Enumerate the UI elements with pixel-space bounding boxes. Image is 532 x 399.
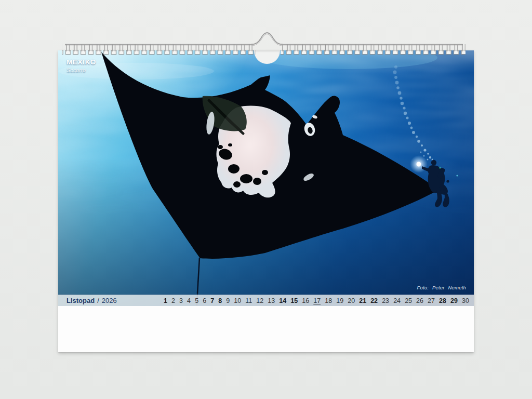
calendar-day: 26 bbox=[416, 295, 423, 306]
calendar-day: 9 bbox=[226, 295, 230, 306]
underwater-photo-illustration bbox=[58, 50, 474, 306]
calendar-day: 4 bbox=[187, 295, 191, 306]
blank-page-area bbox=[58, 306, 474, 352]
calendar-day: 13 bbox=[268, 295, 275, 306]
calendar-day: 16 bbox=[302, 295, 309, 306]
manta-tail bbox=[197, 258, 200, 294]
calendar-day: 17 bbox=[313, 295, 321, 306]
calendar-day: 14 bbox=[279, 295, 286, 306]
location-title: MEXIKO bbox=[66, 58, 96, 66]
calendar-day: 30 bbox=[462, 295, 469, 306]
date-bar: Listopad/2026 12345678910111213141516171… bbox=[58, 295, 474, 306]
hanger-wire-bump bbox=[251, 33, 283, 45]
location-block: MEXIKO Socorro bbox=[66, 58, 96, 73]
calendar-day: 27 bbox=[428, 295, 435, 306]
calendar-day: 7 bbox=[210, 295, 214, 306]
year-label: 2026 bbox=[102, 297, 117, 304]
month-label: Listopad bbox=[66, 297, 95, 304]
calendar-day: 23 bbox=[382, 295, 389, 306]
calendar-day: 1 bbox=[164, 295, 167, 306]
calendar-day: 21 bbox=[359, 295, 366, 306]
photo-credit: Foto: Peter Nemeth bbox=[417, 285, 467, 290]
calendar-day: 5 bbox=[195, 295, 198, 306]
calendar-day: 3 bbox=[179, 295, 183, 306]
calendar-day: 25 bbox=[405, 295, 412, 306]
calendar-page: MEXIKO Socorro Foto: Peter Nemeth Listop… bbox=[58, 50, 474, 352]
calendar-photo: MEXIKO Socorro Foto: Peter Nemeth Listop… bbox=[58, 50, 474, 306]
day-row: 1234567891011121314151617181920212223242… bbox=[164, 295, 469, 306]
calendar-day: 11 bbox=[245, 295, 252, 306]
calendar-day: 20 bbox=[348, 295, 355, 306]
wall-background: MEXIKO Socorro Foto: Peter Nemeth Listop… bbox=[0, 0, 532, 399]
month-year-label: Listopad/2026 bbox=[66, 295, 117, 306]
calendar-day: 6 bbox=[203, 295, 206, 306]
calendar-day: 8 bbox=[218, 295, 222, 306]
month-year-separator: / bbox=[95, 297, 102, 304]
calendar-day: 15 bbox=[290, 295, 298, 306]
location-subtitle: Socorro bbox=[66, 67, 96, 73]
calendar-day: 18 bbox=[325, 295, 332, 306]
calendar-day: 2 bbox=[171, 295, 175, 306]
calendar-day: 29 bbox=[450, 295, 458, 306]
calendar-day: 24 bbox=[393, 295, 401, 306]
calendar-day: 19 bbox=[336, 295, 343, 306]
calendar-day: 12 bbox=[256, 295, 263, 306]
calendar-day: 10 bbox=[234, 295, 241, 306]
calendar-day: 22 bbox=[370, 295, 378, 306]
calendar-day: 28 bbox=[439, 295, 446, 306]
